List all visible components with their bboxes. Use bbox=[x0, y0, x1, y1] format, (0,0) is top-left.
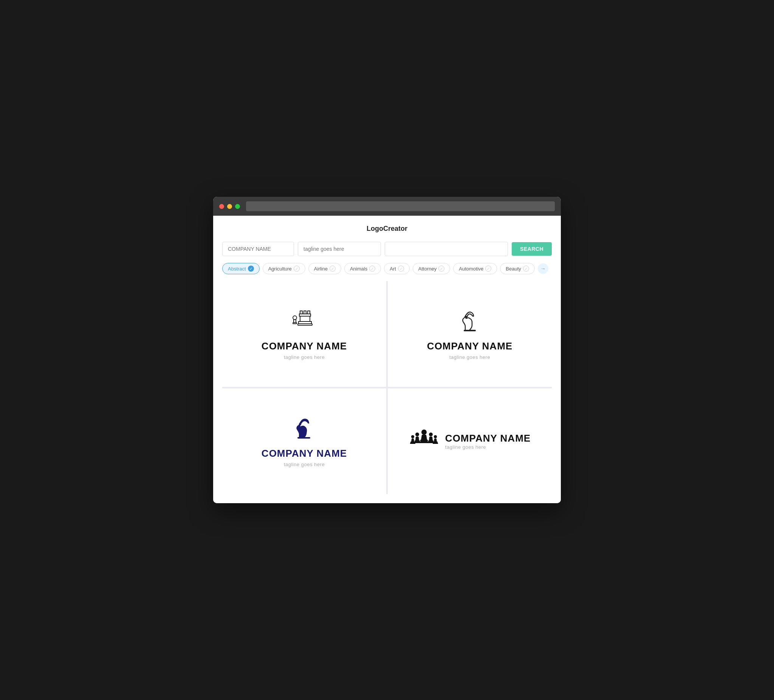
svg-point-26 bbox=[434, 435, 437, 438]
url-bar[interactable] bbox=[246, 201, 555, 211]
search-button[interactable]: SEARCH bbox=[512, 242, 552, 256]
filter-chip-label-art: Art bbox=[390, 266, 396, 272]
filter-chip-label-automotive: Automotive bbox=[459, 266, 483, 272]
chess-pawns-group-icon bbox=[409, 426, 439, 456]
chess-knight-solid-icon bbox=[289, 415, 319, 446]
filter-chip-abstract[interactable]: Abstract✓ bbox=[222, 263, 260, 274]
filter-chip-check-abstract: ✓ bbox=[248, 266, 254, 272]
browser-window: LogoCreator SEARCH Abstract✓Agriculture✓… bbox=[213, 197, 561, 503]
chess-rook-pawn-icon bbox=[287, 308, 321, 338]
svg-rect-21 bbox=[428, 441, 433, 442]
filter-chip-art[interactable]: Art✓ bbox=[384, 263, 410, 274]
svg-rect-11 bbox=[464, 330, 476, 331]
svg-rect-9 bbox=[293, 323, 297, 324]
filter-chip-label-abstract: Abstract bbox=[228, 266, 246, 272]
filter-chip-label-attorney: Attorney bbox=[418, 266, 437, 272]
minimize-button[interactable] bbox=[227, 204, 232, 209]
logo-grid: COMPANY NAME tagline goes here COMPANY N… bbox=[222, 281, 552, 494]
logo4-tagline: tagline goes here bbox=[445, 444, 531, 450]
logo1-tagline: tagline goes here bbox=[284, 354, 325, 360]
filter-chip-check-automotive: ✓ bbox=[485, 266, 491, 272]
svg-point-23 bbox=[411, 435, 414, 438]
svg-point-7 bbox=[293, 316, 297, 320]
svg-point-12 bbox=[299, 423, 301, 425]
logo2-tagline: tagline goes here bbox=[449, 354, 490, 360]
app-container: LogoCreator SEARCH Abstract✓Agriculture✓… bbox=[213, 216, 561, 503]
logo-card-inner-1: COMPANY NAME tagline goes here bbox=[261, 308, 347, 360]
svg-rect-6 bbox=[298, 324, 312, 325]
filter-chip-check-animals: ✓ bbox=[369, 266, 375, 272]
svg-rect-13 bbox=[298, 437, 310, 439]
filter-chip-label-agriculture: Agriculture bbox=[268, 266, 292, 272]
filter-chip-label-airline: Airline bbox=[314, 266, 327, 272]
logo3-company-name: COMPANY NAME bbox=[261, 447, 347, 459]
svg-rect-1 bbox=[304, 311, 306, 314]
search-row: SEARCH bbox=[222, 242, 552, 256]
svg-point-20 bbox=[429, 433, 433, 436]
svg-rect-18 bbox=[415, 441, 420, 442]
logo-card-inner-2: COMPANY NAME tagline goes here bbox=[427, 308, 513, 360]
filter-chip-check-airline: ✓ bbox=[329, 266, 336, 272]
svg-rect-16 bbox=[420, 442, 428, 443]
logo2-company-name: COMPANY NAME bbox=[427, 340, 513, 352]
filter-chip-beauty[interactable]: Beauty✓ bbox=[500, 263, 534, 274]
svg-rect-15 bbox=[420, 440, 428, 442]
filter-chip-label-animals: Animals bbox=[350, 266, 367, 272]
filter-chip-animals[interactable]: Animals✓ bbox=[344, 263, 381, 274]
svg-rect-28 bbox=[433, 443, 438, 444]
logo-card-3[interactable]: COMPANY NAME tagline goes here bbox=[222, 388, 386, 494]
svg-rect-24 bbox=[410, 442, 415, 443]
filter-chip-label-beauty: Beauty bbox=[506, 266, 521, 272]
logo-card-inner-3: COMPANY NAME tagline goes here bbox=[261, 415, 347, 467]
company-name-input[interactable] bbox=[222, 242, 294, 256]
logo1-company-name: COMPANY NAME bbox=[261, 340, 347, 352]
filter-row: Abstract✓Agriculture✓Airline✓Animals✓Art… bbox=[222, 263, 552, 274]
svg-point-17 bbox=[415, 433, 419, 436]
svg-rect-8 bbox=[294, 320, 296, 323]
svg-point-14 bbox=[422, 429, 427, 435]
filter-chip-airline[interactable]: Airline✓ bbox=[308, 263, 341, 274]
filter-chip-check-beauty: ✓ bbox=[523, 266, 529, 272]
chess-knight-outline-icon bbox=[455, 308, 485, 338]
filter-chip-automotive[interactable]: Automotive✓ bbox=[453, 263, 497, 274]
svg-rect-0 bbox=[300, 311, 303, 314]
extra-input[interactable] bbox=[385, 242, 508, 256]
logo-card-4[interactable]: COMPANY NAME tagline goes here bbox=[388, 388, 552, 494]
filter-next-button[interactable]: → bbox=[538, 263, 548, 274]
logo4-text-group: COMPANY NAME tagline goes here bbox=[445, 433, 531, 450]
svg-rect-27 bbox=[433, 442, 438, 443]
filter-chip-check-attorney: ✓ bbox=[438, 266, 445, 272]
svg-rect-25 bbox=[410, 443, 415, 444]
maximize-button[interactable] bbox=[235, 204, 240, 209]
filter-chip-agriculture[interactable]: Agriculture✓ bbox=[263, 263, 305, 274]
svg-rect-2 bbox=[308, 311, 310, 314]
logo-card-1[interactable]: COMPANY NAME tagline goes here bbox=[222, 281, 386, 387]
logo-card-inner-4: COMPANY NAME tagline goes here bbox=[409, 426, 531, 456]
filter-chip-attorney[interactable]: Attorney✓ bbox=[413, 263, 450, 274]
close-button[interactable] bbox=[219, 204, 224, 209]
logo3-tagline: tagline goes here bbox=[284, 462, 325, 467]
svg-point-10 bbox=[465, 316, 467, 318]
logo4-company-name: COMPANY NAME bbox=[445, 433, 531, 444]
tagline-input[interactable] bbox=[298, 242, 381, 256]
logo-card-2[interactable]: COMPANY NAME tagline goes here bbox=[388, 281, 552, 387]
browser-titlebar bbox=[213, 197, 561, 216]
app-title: LogoCreator bbox=[222, 225, 552, 233]
filter-chip-check-agriculture: ✓ bbox=[294, 266, 300, 272]
filter-chip-check-art: ✓ bbox=[398, 266, 404, 272]
svg-rect-4 bbox=[300, 316, 310, 322]
